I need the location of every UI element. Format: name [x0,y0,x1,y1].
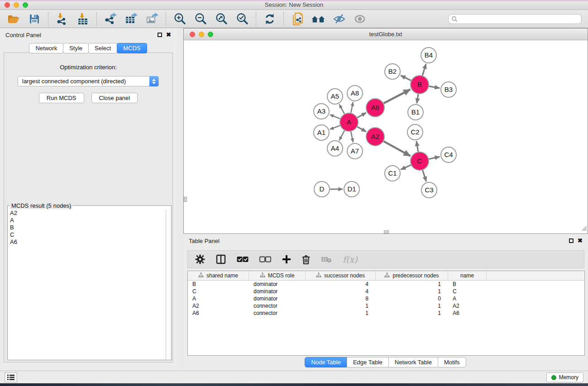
birdseye-handle-bottom[interactable] [384,230,389,234]
tab-edge-table[interactable]: Edge Table [347,357,389,367]
edge-C-C3[interactable] [423,170,426,181]
import-network-icon[interactable] [55,12,69,26]
cell-predecessor-nodes[interactable]: 1 [376,302,448,310]
tab-network[interactable]: Network [29,43,63,53]
cell-MCDS-role[interactable]: connector [249,302,306,310]
task-history-button[interactable] [5,372,17,382]
network-graph[interactable]: B4B2BB3A8A5A6A3B1AC2A1A2A4A7C4CC1C3DD1 [184,40,588,234]
cell-shared-name[interactable]: C [188,288,249,295]
graph-node-B2[interactable]: B2 [385,64,400,79]
edge-C-C4[interactable] [429,157,440,159]
graph-node-B4[interactable]: B4 [421,48,436,63]
graph-node-C1[interactable]: C1 [385,166,400,181]
graph-node-A[interactable]: A [340,113,358,131]
result-item[interactable]: A6 [8,238,165,246]
graph-node-C2[interactable]: C2 [407,124,423,140]
close-table-panel-icon[interactable]: ✖ [578,238,583,243]
cell-MCDS-role[interactable]: dominator [249,281,306,288]
table-row[interactable]: A2connector11A2 [188,302,584,310]
edge-A-A7[interactable] [351,132,353,143]
delete-column-icon[interactable] [302,255,310,264]
tab-select[interactable]: Select [88,43,117,53]
edge-C-C1[interactable] [401,165,411,170]
mcds-result-list[interactable]: A2ABCA6 [8,210,165,359]
edge-A-A3[interactable] [330,114,340,119]
graph-node-C[interactable]: C [411,152,429,170]
network-close-button[interactable] [190,32,195,37]
edge-B-B2[interactable] [401,76,411,81]
dropdown-stepper-icon[interactable] [149,76,158,86]
zoom-fit-icon[interactable] [214,12,229,26]
tab-mcds[interactable]: MCDS [117,43,147,53]
cell-shared-name[interactable]: B [188,281,249,288]
graph-node-A3[interactable]: A3 [314,104,329,119]
new-network-from-selection-icon[interactable] [290,12,305,26]
table-row[interactable]: Cdominator41C [188,288,584,295]
edge-A6-B[interactable] [384,90,411,104]
cell-predecessor-nodes[interactable]: 1 [376,281,448,288]
float-table-panel-icon[interactable] [569,238,574,243]
edge-A-A8[interactable] [351,102,353,113]
cell-successor-nodes[interactable]: 1 [306,302,376,310]
memory-button[interactable]: Memory [546,372,583,382]
edge-A-A1[interactable] [330,125,340,129]
export-image-icon[interactable] [145,12,159,26]
minimize-window-button[interactable] [14,2,19,8]
edge-B-B3[interactable] [429,86,440,88]
graph-node-A7[interactable]: A7 [347,143,363,159]
cell-name[interactable]: C [448,288,487,295]
cell-successor-nodes[interactable]: 4 [306,288,376,295]
zoom-selected-icon[interactable] [235,12,249,26]
graph-node-C3[interactable]: C3 [421,182,437,198]
search-input[interactable] [448,14,582,24]
graph-node-B1[interactable]: B1 [408,105,423,120]
cell-predecessor-nodes[interactable]: 0 [376,295,448,302]
edge-B-B1[interactable] [417,94,418,103]
graph-node-A5[interactable]: A5 [327,89,343,104]
cell-successor-nodes[interactable]: 4 [306,281,376,288]
cell-shared-name[interactable]: A2 [188,302,249,310]
result-item[interactable]: A [8,217,165,224]
table-settings-gear-icon[interactable] [195,254,205,264]
zoom-in-icon[interactable] [172,12,187,26]
graph-node-A2[interactable]: A2 [366,128,384,146]
cell-successor-nodes[interactable]: 1 [306,310,376,317]
table-row[interactable]: Bdominator41B [188,281,584,288]
column-header-name[interactable]: name [448,271,487,280]
show-column-icon[interactable] [216,254,226,264]
table-row[interactable]: A6connector11A6 [188,310,584,317]
tab-network-table[interactable]: Network Table [388,357,438,367]
tab-node-table[interactable]: Node Table [305,357,347,367]
run-mcds-button[interactable]: Run MCDS [39,93,84,103]
show-all-icon[interactable] [353,12,367,26]
edge-A2-C[interactable] [383,141,410,156]
graph-node-B3[interactable]: B3 [441,82,456,97]
edge-A-A6[interactable] [357,113,366,118]
graph-node-D[interactable]: D [314,181,330,197]
edge-A-A5[interactable] [339,105,344,114]
table-row[interactable]: Adominator80A [188,295,584,302]
float-panel-icon[interactable] [158,33,162,37]
maximize-window-button[interactable] [23,2,28,8]
result-item[interactable]: B [8,224,165,231]
network-maximize-button[interactable] [208,32,213,37]
graph-node-D1[interactable]: D1 [344,181,359,197]
select-all-columns-icon[interactable] [237,256,249,262]
graph-node-A8[interactable]: A8 [347,86,363,101]
edge-A-A2[interactable] [357,127,366,132]
graph-node-A4[interactable]: A4 [327,141,343,156]
close-window-button[interactable] [5,2,10,8]
edge-B-B4[interactable] [422,64,426,76]
result-item[interactable]: C [8,231,165,238]
node-table[interactable]: shared nameMCDS rolesuccessor nodesprede… [187,271,585,356]
cell-MCDS-role[interactable]: dominator [249,288,306,295]
cell-predecessor-nodes[interactable]: 1 [376,310,448,317]
create-column-icon[interactable] [282,255,291,264]
tab-style[interactable]: Style [63,43,89,53]
edge-A-A4[interactable] [339,131,344,141]
graph-node-A6[interactable]: A6 [366,99,384,117]
column-header-shared-name[interactable]: shared name [188,271,249,280]
export-table-icon[interactable] [124,12,139,26]
window-resize-grip[interactable] [581,225,587,233]
column-header-MCDS-role[interactable]: MCDS role [249,271,306,280]
